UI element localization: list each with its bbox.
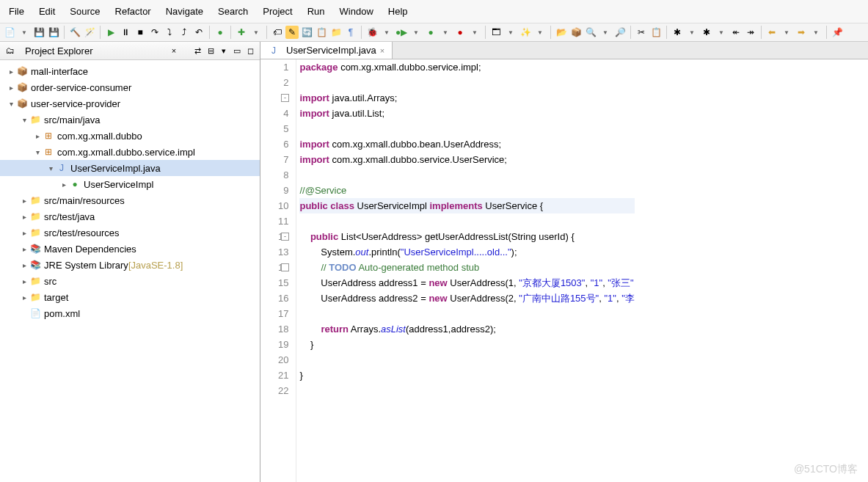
code-area[interactable]: package com.xg.xmall.dubbo.service.impl;…	[296, 59, 637, 482]
package-open-icon[interactable]: 📦	[569, 26, 583, 39]
run-icon[interactable]: ●▶	[395, 26, 408, 39]
dropdown-icon[interactable]: ▼	[533, 26, 547, 39]
class-icon[interactable]: ●	[214, 26, 227, 39]
folder-icon[interactable]: 📁	[329, 26, 343, 39]
nav-prev-icon[interactable]: ✱	[671, 26, 684, 39]
code-line[interactable]: import java.util.List;	[299, 106, 634, 121]
save-icon[interactable]: 💾	[32, 26, 45, 39]
fold-icon[interactable]: -	[281, 94, 289, 102]
tree-item[interactable]: ▾⊞com.xg.xmall.dubbo.service.impl	[0, 144, 260, 160]
dropdown-icon[interactable]: ▼	[504, 26, 517, 39]
dropdown-icon[interactable]: ▼	[249, 26, 263, 39]
back-icon[interactable]: ⬅	[765, 26, 778, 39]
code-line[interactable]	[299, 352, 634, 368]
cut-icon[interactable]: ✂	[635, 26, 648, 39]
code-line[interactable]: // TODO Auto-generated method stub	[299, 260, 634, 275]
menu-run[interactable]: Run	[300, 3, 332, 20]
code-line[interactable]	[299, 383, 634, 398]
paragraph-icon[interactable]: ¶	[344, 26, 357, 39]
twisty-icon[interactable]: ▸	[19, 229, 29, 237]
tree-item[interactable]: ▾📦user-service-provider	[0, 95, 260, 112]
build-icon[interactable]: 🔨	[68, 26, 81, 39]
twisty-icon[interactable]: ▸	[6, 84, 16, 92]
fold-icon[interactable]	[281, 263, 289, 271]
tree-item[interactable]: ▾📁src/main/java	[0, 112, 260, 128]
menu-help[interactable]: Help	[381, 3, 415, 20]
twisty-icon[interactable]: ▸	[19, 293, 29, 302]
pause-icon[interactable]: ⏸	[119, 26, 132, 39]
twisty-icon[interactable]: ▸	[19, 213, 29, 221]
menu-window[interactable]: Window	[332, 3, 381, 20]
open-folder-icon[interactable]: 📂	[555, 26, 568, 39]
stop-icon[interactable]: ■	[134, 26, 147, 39]
bug-icon[interactable]: 🐞	[365, 26, 379, 39]
twisty-icon[interactable]: ▾	[45, 164, 56, 172]
tree-item[interactable]: ▾JUserServiceImpl.java	[0, 160, 260, 176]
menu-source[interactable]: Source	[62, 3, 107, 20]
next-annotation-icon[interactable]: ↠	[744, 26, 757, 39]
menu-file[interactable]: File	[1, 3, 32, 20]
editor-tab[interactable]: J UserServiceImpl.java ×	[260, 42, 393, 59]
tree-item[interactable]: 📄pom.xml	[0, 305, 260, 321]
project-tree[interactable]: ▸📦mall-interface▸📦order-service-consumer…	[0, 60, 260, 482]
new-wizard-icon[interactable]: ✨	[519, 26, 532, 39]
tree-item[interactable]: ▸📚Maven Dependencies	[0, 241, 260, 257]
step-icon[interactable]: ↷	[148, 26, 161, 39]
prev-annotation-icon[interactable]: ↞	[729, 26, 743, 39]
twisty-icon[interactable]: ▸	[19, 245, 29, 253]
menu-search[interactable]: Search	[211, 3, 255, 20]
code-line[interactable]	[299, 75, 634, 90]
dropdown-icon[interactable]: ▼	[715, 26, 728, 39]
twisty-icon[interactable]: ▸	[19, 261, 29, 269]
tree-item[interactable]: ▸📁src/test/java	[0, 208, 260, 224]
dropdown-icon[interactable]: ▼	[685, 26, 699, 39]
code-editor[interactable]: 123-456789101112-1314 1516171819202122 p…	[260, 59, 868, 482]
nav-next-icon[interactable]: ✱	[700, 26, 713, 39]
code-line[interactable]: public List<UserAddress> getUserAddressL…	[299, 229, 634, 244]
twisty-icon[interactable]: ▾	[19, 116, 29, 124]
code-line[interactable]	[299, 213, 634, 229]
tree-item[interactable]: ▸●UserServiceImpl	[0, 176, 260, 192]
twisty-icon[interactable]: ▸	[19, 197, 29, 205]
code-line[interactable]	[299, 121, 634, 136]
code-line[interactable]	[299, 167, 634, 183]
menu-navigate[interactable]: Navigate	[158, 3, 211, 20]
twisty-icon[interactable]: ▸	[59, 180, 69, 189]
pin-icon[interactable]: 📌	[831, 26, 844, 39]
view-menu-icon[interactable]: ▾	[219, 45, 229, 56]
dropdown-icon[interactable]: ▼	[439, 26, 452, 39]
dropdown-icon[interactable]: ▼	[809, 26, 823, 39]
tree-item[interactable]: ▸📦order-service-consumer	[0, 79, 260, 95]
twisty-icon[interactable]: ▾	[32, 148, 43, 156]
dropdown-icon[interactable]: ▼	[380, 26, 393, 39]
code-line[interactable]: }	[299, 337, 634, 352]
tree-item[interactable]: ▸📁src	[0, 273, 260, 289]
code-line[interactable]: UserAddress address1 = new UserAddress(1…	[299, 275, 634, 291]
menu-edit[interactable]: Edit	[32, 3, 62, 20]
debug-icon[interactable]: ▶	[104, 26, 117, 39]
server-icon[interactable]: 🗔	[489, 26, 503, 39]
code-line[interactable]: UserAddress address2 = new UserAddress(2…	[299, 291, 634, 306]
twisty-icon[interactable]: ▸	[19, 277, 29, 285]
code-line[interactable]: System.out.println("UserServiceImpl.....…	[299, 244, 634, 260]
paste-icon[interactable]: 📋	[649, 26, 663, 39]
tree-item[interactable]: ▸📁src/main/resources	[0, 192, 260, 208]
fold-icon[interactable]: -	[281, 233, 289, 241]
search-icon[interactable]: 🔎	[613, 26, 627, 39]
collapse-all-icon[interactable]: ⊟	[205, 45, 216, 56]
tag-icon[interactable]: 🏷	[271, 26, 284, 39]
new-icon[interactable]: 📄	[3, 26, 16, 39]
dropdown-icon[interactable]: ▼	[468, 26, 481, 39]
close-icon[interactable]: ×	[169, 45, 179, 56]
code-line[interactable]	[299, 306, 634, 321]
step-over-icon[interactable]: ⤵	[163, 26, 176, 39]
code-line[interactable]: public class UserServiceImpl implements …	[299, 198, 634, 213]
tree-item[interactable]: ▸📚JRE System Library [JavaSE-1.8]	[0, 257, 260, 273]
run-last-icon[interactable]: ●	[453, 26, 467, 39]
code-line[interactable]: return Arrays.asList(address1,address2);	[299, 321, 634, 337]
coverage-icon[interactable]: ●	[424, 26, 437, 39]
code-line[interactable]: //@Service	[299, 183, 634, 198]
menu-project[interactable]: Project	[255, 3, 299, 20]
code-line[interactable]: import com.xg.xmall.dubbo.service.UserSe…	[299, 152, 634, 167]
link-icon[interactable]: ⇄	[192, 45, 203, 56]
